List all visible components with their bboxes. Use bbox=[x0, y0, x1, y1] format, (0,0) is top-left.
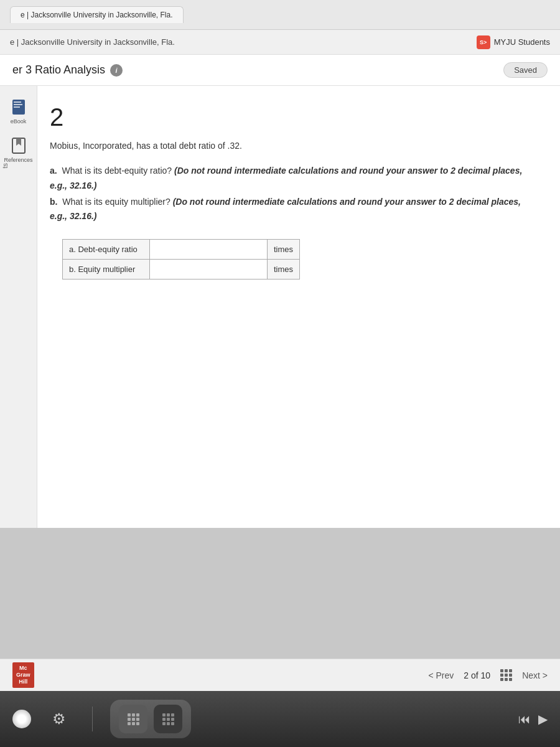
row-a-unit: times bbox=[268, 240, 300, 260]
skip-back-icon[interactable]: ⏮ bbox=[518, 712, 531, 726]
page-current: 2 of 10 bbox=[464, 670, 490, 680]
part-a-text: a. What is its debt-equity ratio? (Do no… bbox=[50, 164, 535, 194]
taskbar-divider bbox=[92, 707, 93, 731]
mcgraw-logo: Mc Graw Hill bbox=[12, 662, 34, 687]
taskbar-dock bbox=[110, 700, 191, 738]
page-title: er 3 Ratio Analysis bbox=[12, 63, 105, 77]
dock-grid-icon bbox=[119, 705, 147, 733]
table-row: a. Debt-equity ratio times bbox=[63, 240, 300, 260]
site-name: e | Jacksonville University in Jacksonvi… bbox=[10, 37, 175, 47]
play-icon[interactable]: ▶ bbox=[538, 712, 548, 726]
ebook-label: eBook bbox=[11, 118, 27, 125]
references-icon bbox=[10, 137, 27, 154]
grid-icon[interactable] bbox=[500, 669, 512, 681]
sidebar-item-references[interactable]: References bbox=[4, 137, 32, 163]
question-number: 2 bbox=[50, 105, 535, 129]
dock-item-apps[interactable] bbox=[154, 705, 182, 733]
page-title-row: er 3 Ratio Analysis i bbox=[12, 63, 123, 77]
question-parts: a. What is its debt-equity ratio? (Do no… bbox=[50, 164, 535, 224]
sidebar-item-ebook[interactable]: eBook bbox=[10, 98, 27, 125]
top-nav: e | Jacksonville University in Jacksonvi… bbox=[0, 30, 560, 55]
row-b-unit: times bbox=[268, 260, 300, 280]
main-content: eBook References ts 2 Mobius, Incorporat… bbox=[0, 86, 560, 528]
taskbar: ⚙ bbox=[0, 691, 560, 747]
ebook-icon bbox=[10, 98, 27, 116]
part-b-text: b. What is its equity multiplier? (Do no… bbox=[50, 195, 535, 225]
myju-label: MYJU Students bbox=[494, 37, 550, 47]
myju-icon: S> bbox=[477, 35, 490, 49]
info-icon[interactable]: i bbox=[110, 64, 123, 77]
browser-bar: e | Jacksonville University in Jacksonvi… bbox=[0, 0, 560, 30]
debt-equity-input[interactable] bbox=[156, 245, 261, 254]
dock-item-grid[interactable] bbox=[119, 705, 147, 733]
answer-table: a. Debt-equity ratio times b. Equity mul… bbox=[62, 239, 300, 280]
sidebar: eBook References bbox=[0, 86, 37, 528]
svg-rect-2 bbox=[14, 104, 22, 105]
svg-rect-1 bbox=[14, 101, 21, 103]
page-header: er 3 Ratio Analysis i Saved bbox=[0, 55, 560, 86]
ts-label: ts bbox=[0, 161, 10, 171]
saved-badge: Saved bbox=[503, 62, 548, 78]
top-nav-right: S> MYJU Students bbox=[477, 35, 550, 49]
brightness-icon[interactable] bbox=[12, 710, 31, 728]
question-area: 2 Mobius, Incorporated, has a total debt… bbox=[37, 86, 560, 528]
row-a-label: a. Debt-equity ratio bbox=[63, 240, 150, 260]
next-button[interactable]: Next > bbox=[522, 670, 548, 680]
row-b-input-cell[interactable] bbox=[150, 260, 268, 280]
taskbar-right: ⏮ ▶ bbox=[518, 712, 548, 726]
browser-tab[interactable]: e | Jacksonville University in Jacksonvi… bbox=[10, 6, 184, 23]
table-row: b. Equity multiplier times bbox=[63, 260, 300, 280]
pagination: < Prev 2 of 10 Next > bbox=[428, 669, 548, 681]
footer: Mc Graw Hill < Prev 2 of 10 Next > bbox=[0, 659, 560, 691]
myju-button[interactable]: S> MYJU Students bbox=[477, 35, 550, 49]
equity-multiplier-input[interactable] bbox=[156, 265, 261, 274]
settings-icon[interactable]: ⚙ bbox=[44, 703, 75, 735]
row-a-input-cell[interactable] bbox=[150, 240, 268, 260]
dock-apps-icon bbox=[154, 705, 182, 733]
question-intro: Mobius, Incorporated, has a total debt r… bbox=[50, 139, 535, 153]
svg-rect-3 bbox=[14, 106, 20, 108]
prev-button[interactable]: < Prev bbox=[428, 670, 454, 680]
row-b-label: b. Equity multiplier bbox=[63, 260, 150, 280]
